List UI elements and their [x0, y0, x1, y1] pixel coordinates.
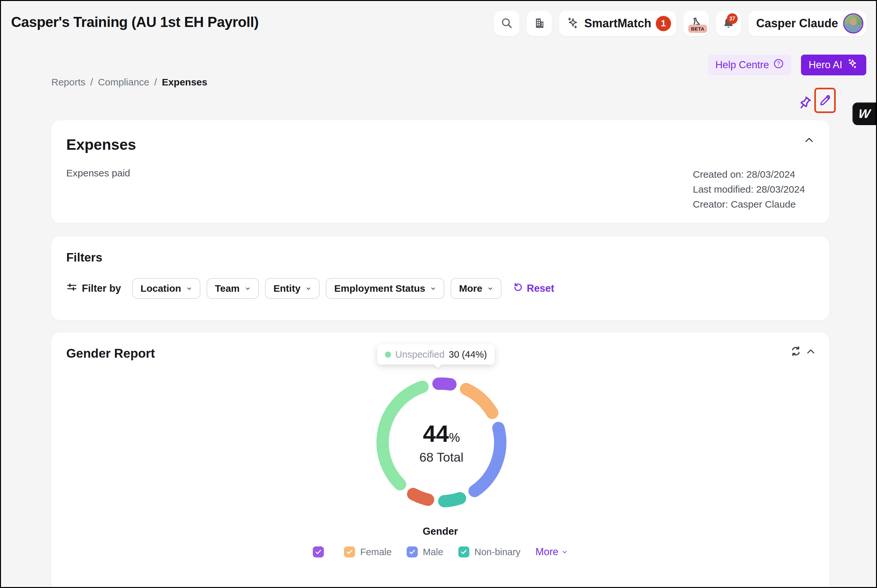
search-button[interactable]	[494, 11, 519, 36]
legend-item-female: Female	[344, 546, 392, 558]
gender-report-title: Gender Report	[66, 346, 155, 361]
expenses-meta: Created on: 28/03/2024 Last modified: 28…	[693, 167, 805, 212]
smartmatch-label: SmartMatch	[584, 16, 651, 30]
collapse-expenses-button[interactable]	[803, 135, 815, 147]
building-icon	[533, 16, 546, 30]
filter-entity[interactable]: Entity	[265, 278, 319, 299]
labs-button[interactable]: BETA	[684, 11, 709, 36]
refresh-chart-button[interactable]	[790, 345, 802, 358]
breadcrumb-separator: /	[90, 76, 93, 88]
chevron-down-icon	[430, 286, 436, 291]
app-window: Casper's Training (AU 1st EH Payroll)	[0, 0, 877, 588]
tooltip-value: 30 (44%)	[449, 349, 487, 360]
legend-item-non-binary: Non-binary	[458, 546, 521, 558]
chart-axis-label: Gender	[51, 526, 829, 537]
edit-report-button[interactable]	[814, 88, 836, 113]
legend-checkbox-male[interactable]	[407, 546, 418, 558]
donut-percent-sign: %	[449, 431, 460, 445]
notifications-button[interactable]: 37	[716, 11, 741, 36]
filter-employment-status[interactable]: Employment Status	[326, 278, 444, 299]
hero-ai-button[interactable]: Hero AI	[801, 55, 866, 75]
legend-more-button[interactable]: More	[535, 546, 568, 558]
hero-sparkle-icon	[847, 58, 859, 72]
legend-item-male: Male	[407, 546, 443, 558]
legend-checkbox-female[interactable]	[344, 546, 355, 558]
profile-name: Casper Claude	[756, 16, 838, 30]
question-circle-icon: ?	[773, 58, 784, 72]
reset-filters-button[interactable]: Reset	[513, 282, 554, 295]
svg-text:?: ?	[777, 60, 780, 67]
gender-report-card: Gender Report Unspecified 30 (44%)	[51, 333, 829, 588]
chevron-down-icon	[245, 286, 250, 291]
creator: Creator: Casper Claude	[693, 197, 805, 212]
created-on: Created on: 28/03/2024	[693, 167, 805, 182]
gender-donut-chart: 44 % 68 Total	[370, 371, 513, 514]
legend-item-unlabeled	[313, 546, 329, 558]
reset-label: Reset	[527, 283, 554, 294]
chart-legend: Female Male Non-binary More	[51, 546, 829, 558]
chart-tooltip: Unspecified 30 (44%)	[377, 344, 495, 364]
help-centre-button[interactable]: Help Centre ?	[708, 55, 791, 75]
help-centre-label: Help Centre	[715, 59, 769, 71]
legend-checkbox-unlabeled[interactable]	[313, 546, 324, 558]
smartmatch-button[interactable]: SmartMatch 1	[559, 11, 676, 36]
reset-icon	[513, 282, 523, 295]
breadcrumb: Reports / Compliance / Expenses	[51, 76, 207, 88]
breadcrumb-current: Expenses	[162, 76, 207, 88]
hero-ai-label: Hero AI	[809, 59, 842, 71]
collapse-gender-button[interactable]	[805, 346, 816, 358]
filters-title: Filters	[66, 251, 102, 264]
breadcrumb-separator: /	[154, 76, 157, 88]
avatar	[843, 14, 864, 33]
smartmatch-badge: 1	[656, 16, 671, 31]
beta-badge: BETA	[688, 25, 707, 33]
filter-by-label: Filter by	[82, 283, 121, 294]
w-tab-label: W	[858, 107, 871, 121]
breadcrumb-compliance[interactable]: Compliance	[98, 76, 149, 88]
chevron-up-icon	[805, 354, 816, 358]
filter-location[interactable]: Location	[132, 278, 201, 299]
refresh-icon	[790, 354, 802, 358]
donut-percent: 44	[423, 420, 449, 447]
profile-button[interactable]: Casper Claude	[748, 11, 866, 36]
notifications-badge: 37	[727, 14, 738, 24]
chevron-up-icon	[803, 142, 815, 147]
filter-more[interactable]: More	[451, 278, 502, 299]
sparkle-icon	[566, 16, 580, 31]
tooltip-label: Unspecified	[395, 349, 445, 360]
filter-by: Filter by	[66, 282, 121, 295]
chevron-down-icon	[186, 286, 192, 291]
filter-sliders-icon	[66, 282, 77, 295]
tooltip-series-dot	[385, 351, 391, 358]
expenses-title: Expenses	[66, 136, 136, 153]
w-side-tab[interactable]: W	[852, 102, 876, 125]
expenses-card: Expenses Expenses paid Created on: 28/03…	[51, 120, 829, 223]
donut-total: 68 Total	[419, 450, 463, 465]
breadcrumb-reports[interactable]: Reports	[51, 76, 85, 88]
filters-card: Filters Filter by Location Team	[51, 237, 829, 320]
organisation-button[interactable]	[526, 11, 552, 36]
secondary-actions: Help Centre ? Hero AI	[708, 55, 866, 75]
topbar-actions: SmartMatch 1 BETA	[494, 11, 866, 36]
pin-icon	[796, 108, 813, 112]
pencil-icon	[818, 93, 832, 108]
expenses-subtitle: Expenses paid	[66, 168, 130, 178]
filter-row: Filter by Location Team Entity Employmen…	[66, 278, 554, 299]
chevron-down-icon	[306, 286, 311, 291]
filter-team[interactable]: Team	[207, 278, 259, 299]
search-icon	[500, 16, 513, 30]
legend-checkbox-non-binary[interactable]	[458, 546, 469, 558]
pin-button[interactable]	[796, 94, 814, 112]
donut-center-text: 44 % 68 Total	[370, 371, 513, 514]
chevron-down-icon	[487, 286, 493, 291]
last-modified: Last modified: 28/03/2024	[693, 182, 805, 197]
chevron-down-icon	[562, 549, 568, 555]
workspace-title: Casper's Training (AU 1st EH Payroll)	[11, 14, 259, 30]
